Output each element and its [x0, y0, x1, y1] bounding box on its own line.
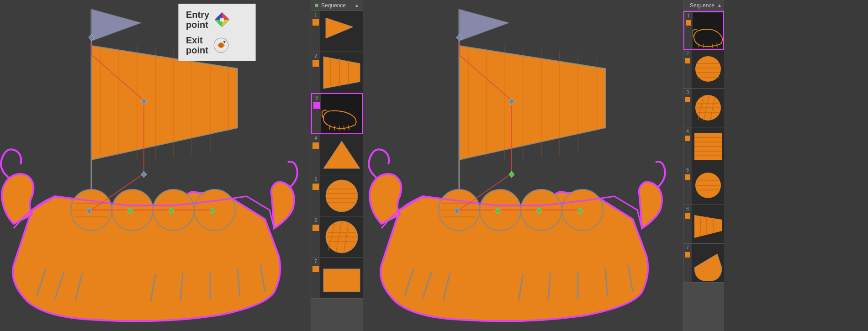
svg-rect-53: [321, 95, 362, 131]
left-sequence-header: Sequence ▲: [311, 0, 363, 11]
seq-item-5[interactable]: 5: [311, 175, 363, 216]
left-sequence-panel: Sequence ▲ 1 2: [311, 0, 363, 331]
svg-line-57: [344, 126, 344, 131]
entry-icon: [214, 11, 230, 28]
right-ship-svg: [363, 0, 683, 331]
right-seq-item-7[interactable]: 7: [683, 244, 724, 283]
svg-line-55: [334, 126, 335, 131]
svg-point-61: [326, 180, 358, 212]
svg-rect-5: [220, 18, 224, 21]
left-ship-svg: [0, 0, 311, 331]
left-seq-label: Sequence: [321, 2, 352, 9]
right-seq-item-2[interactable]: 2: [683, 50, 724, 89]
left-canvas: Entry point Exit point: [0, 0, 311, 331]
left-sequence-items[interactable]: 1 2: [311, 11, 363, 331]
exit-icon: [213, 37, 229, 53]
entry-exit-popup: Entry point Exit point: [178, 4, 256, 61]
entry-point-label: Entry point: [186, 10, 209, 30]
right-seq-item-5[interactable]: 5: [683, 166, 724, 205]
seq-item-3[interactable]: 3: [311, 93, 363, 134]
svg-point-122: [695, 56, 721, 82]
svg-rect-115: [693, 13, 723, 48]
right-seq-item-4[interactable]: 4: [683, 127, 724, 166]
seq-item-1[interactable]: 1: [311, 11, 363, 52]
left-seq-arrow: ▲: [355, 3, 359, 8]
right-seq-item-6[interactable]: 6: [683, 205, 724, 244]
right-sequence-panel: Sequence ▲ 1: [683, 0, 724, 331]
right-seq-label: Sequence: [690, 2, 715, 9]
seq-item-4[interactable]: 4: [311, 134, 363, 175]
svg-point-7: [219, 43, 223, 47]
seq-item-6[interactable]: 6: [311, 216, 363, 257]
right-seq-item-3[interactable]: 3: [683, 89, 724, 127]
exit-point-label: Exit point: [186, 35, 208, 55]
right-canvas: [363, 0, 683, 331]
seq-dot-left: [315, 4, 318, 7]
right-seq-arrow: ▲: [717, 3, 722, 8]
right-sequence-header: Sequence ▲: [683, 0, 724, 11]
right-seq-item-1[interactable]: 1: [683, 11, 724, 50]
svg-rect-75: [323, 269, 360, 292]
right-sequence-items[interactable]: 1 2: [683, 11, 724, 331]
seq-item-7[interactable]: 7: [311, 257, 363, 299]
seq-item-2[interactable]: 2: [311, 52, 363, 93]
